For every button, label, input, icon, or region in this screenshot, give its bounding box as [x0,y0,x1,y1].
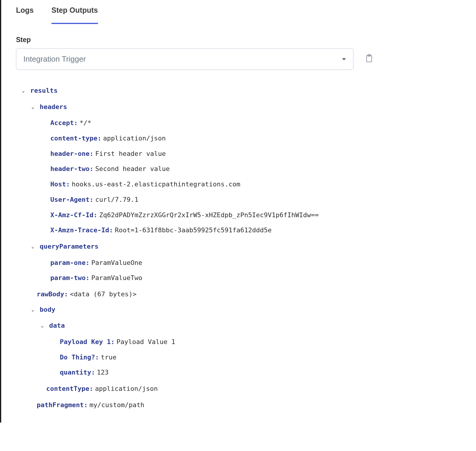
query-parameters-key[interactable]: queryParameters [40,242,99,251]
payload-key-1-key: Payload Key 1: [60,338,115,346]
param-two-value: ParamValueTwo [91,274,142,282]
do-thing-key: Do Thing?: [60,353,99,362]
path-fragment-key: pathFragment: [37,401,88,410]
host-value: hooks.us-east-2.elasticpathintegrations.… [72,180,240,189]
chevron-down-icon[interactable]: ⌄ [41,322,46,329]
output-tree: ⌄ results ⌄ headers Accept:*/* content-t… [13,86,464,409]
step-select[interactable]: Integration Trigger [16,48,353,70]
header-two-key: header-two: [50,164,94,173]
tab-step-outputs[interactable]: Step Outputs [52,6,98,24]
quantity-value: 123 [97,368,109,377]
host-key: Host: [50,180,70,189]
tab-logs[interactable]: Logs [16,6,34,24]
user-agent-key: User-Agent: [50,195,94,204]
content-type-key: content-type: [50,134,101,143]
param-one-key: param-one: [50,258,89,267]
param-one-value: ParamValueOne [91,258,142,267]
clipboard-icon[interactable] [365,54,373,64]
raw-body-value: <data (67 bytes)> [70,290,136,299]
header-two-value: Second header value [95,164,170,173]
accept-value: */* [80,119,91,127]
accept-key: Accept: [50,119,78,127]
chevron-down-icon[interactable]: ⌄ [22,87,27,94]
content-type-body-value: application/json [95,384,158,393]
x-amzn-trace-id-key: X-Amzn-Trace-Id: [50,226,113,235]
tabs-bar: Logs Step Outputs [13,6,464,24]
chevron-down-icon[interactable]: ⌄ [31,104,37,110]
quantity-key: quantity: [60,368,95,377]
x-amz-cf-id-key: X-Amz-Cf-Id: [50,211,97,220]
payload-key-1-value: Payload Value 1 [116,338,175,346]
caret-down-icon [342,58,346,60]
chevron-down-icon[interactable]: ⌄ [31,306,37,313]
x-amz-cf-id-value: Zq62dPADYmZzrzXGGrQr2xIrW5-xHZEdpb_zPn5I… [99,211,319,220]
x-amzn-trace-id-value: Root=1-631f8bbc-3aab59925fc591fa612ddd5e [115,226,272,235]
body-key[interactable]: body [40,305,55,314]
results-key[interactable]: results [30,86,58,95]
raw-body-key: rawBody: [37,290,68,299]
chevron-down-icon[interactable]: ⌄ [31,243,37,250]
content-type-body-key: contentType: [46,384,93,393]
do-thing-value: true [101,353,116,362]
content-type-value: application/json [103,134,166,143]
headers-key[interactable]: headers [40,103,67,111]
user-agent-value: curl/7.79.1 [95,195,139,204]
step-label: Step [13,36,464,44]
header-one-value: First header value [95,149,166,158]
path-fragment-value: my/custom/path [89,401,144,410]
data-key[interactable]: data [49,321,65,330]
param-two-key: param-two: [50,274,89,282]
step-select-value: Integration Trigger [23,55,86,64]
header-one-key: header-one: [50,149,94,158]
